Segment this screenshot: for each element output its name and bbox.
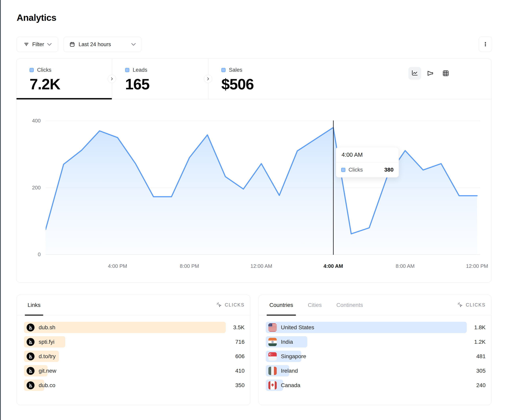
list-item-label: Canada xyxy=(281,382,300,389)
links-list: dub.sh 3.5K spti.fyi 716 d.to/try 606 gi… xyxy=(17,315,250,391)
tab-sales[interactable]: Sales $506 xyxy=(208,59,311,99)
clicks-value: 7.2K xyxy=(30,75,112,93)
y-tick-label: 400 xyxy=(27,118,41,124)
date-range-label: Last 24 hours xyxy=(79,41,111,48)
x-tick-label: 8:00 PM xyxy=(180,263,199,269)
list-item-united-states[interactable]: United States 1.8K xyxy=(266,322,486,333)
list-item-dub-co[interactable]: dub.co 350 xyxy=(24,380,245,391)
sales-legend-chip xyxy=(221,68,225,72)
list-item-india[interactable]: India 1.2K xyxy=(266,336,486,348)
list-item-git-new[interactable]: git.new 410 xyxy=(24,365,245,377)
list-item-label: spti.fyi xyxy=(39,339,54,345)
y-tick-label: 0 xyxy=(27,251,41,258)
calendar-icon xyxy=(69,41,75,47)
page-title: Analytics xyxy=(17,12,56,23)
tooltip-time: 4:00 AM xyxy=(336,147,399,162)
leads-value: 165 xyxy=(125,75,208,93)
sales-value: $506 xyxy=(221,75,311,93)
flag-ca-icon xyxy=(268,381,277,390)
clicks-area-chart[interactable] xyxy=(46,118,480,257)
leads-legend-chip xyxy=(125,68,129,72)
flag-ie-icon xyxy=(268,367,277,375)
cursor-click-icon xyxy=(457,302,463,308)
stat-label: Leads xyxy=(133,67,147,73)
dub-logo-icon xyxy=(27,381,35,389)
active-tab-underline xyxy=(16,98,112,100)
hover-crosshair-line xyxy=(333,120,334,255)
tab-continents[interactable]: Continents xyxy=(334,295,366,315)
list-item-label: d.to/try xyxy=(39,353,56,360)
flag-in-icon xyxy=(268,338,277,346)
cursor-click-icon xyxy=(217,302,222,308)
date-range-button[interactable]: Last 24 hours xyxy=(63,37,142,52)
tab-cities[interactable]: Cities xyxy=(305,295,325,315)
dub-logo-icon xyxy=(27,338,35,346)
kebab-menu-icon xyxy=(482,41,489,47)
list-item-label: Singapore xyxy=(281,353,306,360)
list-item-label: dub.co xyxy=(39,382,55,389)
more-options-button[interactable] xyxy=(479,36,492,52)
list-item-value: 410 xyxy=(235,365,245,377)
expand-clicks-leads-button[interactable] xyxy=(108,75,116,83)
y-tick-label: 200 xyxy=(27,185,41,191)
stat-label: Clicks xyxy=(37,67,51,73)
list-item-value: 1.8K xyxy=(474,322,486,333)
countries-list: United States 1.8K India 1.2K Singapore … xyxy=(259,315,491,391)
list-item-singapore[interactable]: Singapore 481 xyxy=(266,351,486,362)
chevron-down-icon xyxy=(47,43,52,46)
list-item-spti-fyi[interactable]: spti.fyi 716 xyxy=(24,336,245,348)
x-tick-label: 4:00 PM xyxy=(108,263,127,269)
expand-leads-sales-button[interactable] xyxy=(204,75,212,83)
stats-tabs-row: Clicks 7.2K Leads 165 Sales $506 xyxy=(16,59,491,99)
list-item-label: United States xyxy=(281,324,314,331)
funnel-chart-icon[interactable] xyxy=(424,67,437,80)
tooltip-series-label: Clicks xyxy=(349,167,363,173)
list-item-value: 606 xyxy=(235,351,245,362)
dub-logo-icon xyxy=(27,367,35,375)
links-metric-selector[interactable]: CLICKS xyxy=(217,295,245,315)
list-item-dub-sh[interactable]: dub.sh 3.5K xyxy=(24,322,245,333)
list-item-value: 1.2K xyxy=(474,336,486,348)
dub-logo-icon xyxy=(27,324,35,332)
flag-us-icon xyxy=(268,323,277,332)
tab-countries[interactable]: Countries xyxy=(267,295,296,315)
flag-sg-icon xyxy=(268,352,277,361)
list-item-value: 240 xyxy=(476,380,486,391)
list-item-value: 3.5K xyxy=(233,322,245,333)
list-item-label: Ireland xyxy=(281,368,298,374)
x-tick-label: 12:00 AM xyxy=(251,263,272,269)
x-tick-label: 8:00 AM xyxy=(396,263,415,269)
links-metric-label: CLICKS xyxy=(225,302,245,308)
tooltip-value: 380 xyxy=(384,167,394,173)
tab-leads[interactable]: Leads 165 xyxy=(112,59,208,99)
chart-area-fill xyxy=(46,128,477,254)
tooltip-legend-chip xyxy=(341,168,345,172)
chart-type-toggle xyxy=(408,67,452,80)
list-item-d-to-try[interactable]: d.to/try 606 xyxy=(24,351,245,362)
stat-label: Sales xyxy=(229,67,242,73)
list-item-value: 350 xyxy=(235,380,245,391)
tab-clicks[interactable]: Clicks 7.2K xyxy=(16,59,112,99)
dub-logo-icon xyxy=(27,352,35,360)
countries-metric-selector[interactable]: CLICKS xyxy=(457,295,486,315)
list-item-label: git.new xyxy=(39,368,56,374)
list-item-label: dub.sh xyxy=(39,324,55,331)
grid-table-icon[interactable] xyxy=(439,67,452,80)
countries-metric-label: CLICKS xyxy=(466,302,486,308)
list-item-value: 481 xyxy=(476,351,486,362)
chart-tooltip: 4:00 AM Clicks 380 xyxy=(336,147,399,178)
clicks-legend-chip xyxy=(30,68,34,72)
filter-button[interactable]: Filter xyxy=(17,37,58,52)
line-chart-icon[interactable] xyxy=(408,67,421,80)
list-item-ireland[interactable]: Ireland 305 xyxy=(266,365,486,377)
page-edge-accent xyxy=(0,0,1,420)
tab-links[interactable]: Links xyxy=(25,295,43,315)
filter-lines-icon xyxy=(23,41,29,47)
list-item-canada[interactable]: Canada 240 xyxy=(266,380,486,391)
list-item-value: 305 xyxy=(476,365,486,377)
filter-button-label: Filter xyxy=(32,41,44,48)
x-tick-label: 12:00 PM xyxy=(466,263,488,269)
list-item-value: 716 xyxy=(235,336,245,348)
links-panel: Links CLICKS dub.sh 3.5K spti.fyi 716 d.… xyxy=(17,295,250,405)
list-item-label: India xyxy=(281,339,293,345)
